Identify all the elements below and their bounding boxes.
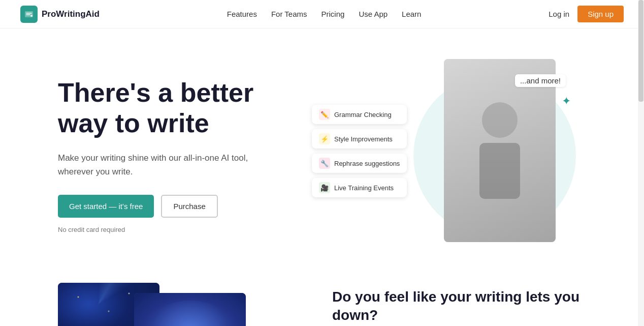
rephrase-label: Rephrase suggestions	[334, 159, 400, 167]
style-icon: ⚡	[319, 133, 330, 144]
training-label: Live Training Events	[334, 184, 394, 191]
blue-art-card	[134, 293, 246, 326]
pill-grammar: ✏️ Grammar Checking	[312, 105, 407, 124]
pill-training: 🎥 Live Training Events	[312, 178, 407, 197]
second-heading: Do you feel like your writing lets you d…	[332, 288, 586, 325]
logo-link[interactable]: ProWritingAid	[20, 6, 100, 23]
star-decoration: ✦	[562, 95, 571, 108]
navbar: ProWritingAid Features For Teams Pricing…	[0, 0, 644, 28]
nav-links: Features For Teams Pricing Use App Learn	[227, 10, 422, 19]
purchase-button[interactable]: Purchase	[161, 195, 217, 218]
grammar-label: Grammar Checking	[334, 110, 392, 118]
logo-text: ProWritingAid	[42, 9, 100, 19]
grammar-icon: ✏️	[319, 109, 330, 120]
signup-button[interactable]: Sign up	[577, 6, 624, 22]
pill-rephrase: 🔧 Rephrase suggestions	[312, 154, 407, 173]
svg-point-1	[30, 15, 33, 17]
style-label: Style Improvements	[334, 135, 393, 142]
login-button[interactable]: Log in	[549, 10, 569, 18]
svg-rect-3	[479, 143, 520, 199]
rephrase-icon: 🔧	[319, 158, 330, 169]
blue-swirl-bg	[134, 293, 246, 326]
nav-pricing[interactable]: Pricing	[321, 10, 345, 18]
more-label: ...and more!	[515, 74, 566, 87]
no-credit-card-text: No credit card required	[58, 226, 302, 233]
second-right: Do you feel like your writing lets you d…	[332, 283, 586, 326]
nav-use-app[interactable]: Use App	[359, 10, 388, 18]
image-stack: My idea in my head	[58, 283, 302, 326]
hero-buttons: Get started — it's free Purchase	[58, 195, 302, 218]
get-started-button[interactable]: Get started — it's free	[58, 195, 154, 218]
second-section: My idea in my head Do you feel like your…	[17, 273, 627, 326]
svg-point-2	[482, 102, 518, 138]
feature-pills: ✏️ Grammar Checking ⚡ Style Improvements…	[312, 105, 407, 197]
nav-learn[interactable]: Learn	[402, 10, 421, 18]
hero-left: There's a better way to write Make your …	[58, 78, 302, 233]
second-left: My idea in my head	[58, 283, 302, 326]
nav-right: Log in Sign up	[549, 6, 624, 22]
hero-subtext: Make your writing shine with our all-in-…	[58, 151, 261, 179]
logo-icon	[20, 6, 38, 23]
nav-for-teams[interactable]: For Teams	[271, 10, 307, 18]
page-scrollbar[interactable]	[638, 0, 644, 326]
training-icon: 🎥	[319, 182, 330, 193]
pill-style: ⚡ Style Improvements	[312, 129, 407, 149]
hero-section: There's a better way to write Make your …	[17, 28, 627, 273]
nav-features[interactable]: Features	[227, 10, 257, 18]
hero-heading: There's a better way to write	[58, 78, 302, 139]
hero-right: ✏️ Grammar Checking ⚡ Style Improvements…	[322, 59, 586, 252]
scrollbar-thumb[interactable]	[638, 0, 643, 102]
